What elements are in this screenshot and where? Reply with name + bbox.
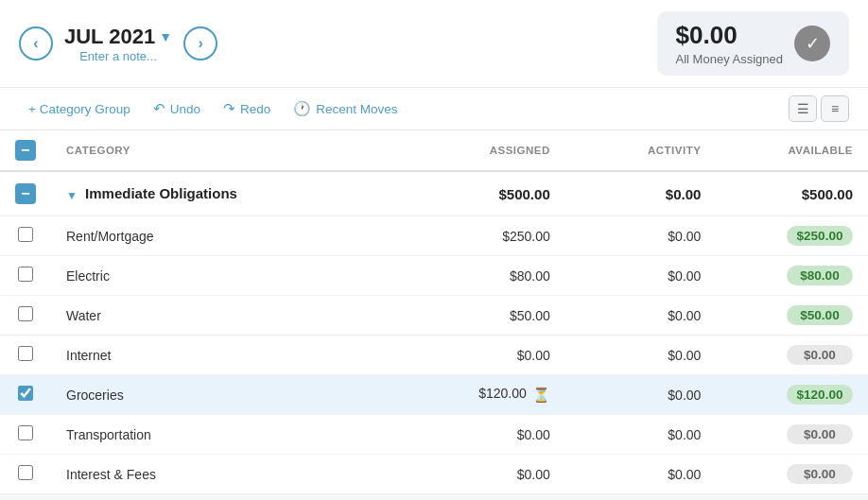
row-activity: $0.00 (565, 375, 717, 415)
group-expand-icon: ▼ (66, 189, 78, 202)
table-row[interactable]: Transportation $0.00 $0.00 $0.00 (0, 415, 868, 455)
row-category-name: Interest & Fees (51, 455, 414, 494)
row-available: $50.00 (716, 296, 868, 336)
header-right: $0.00 All Money Assigned ✓ (657, 11, 849, 76)
row-category-name: Water (51, 296, 414, 336)
table-row[interactable]: Internet $0.00 $0.00 $0.00 (0, 336, 868, 375)
available-badge: $0.00 (787, 345, 853, 365)
row-activity: $0.00 (565, 336, 717, 375)
available-badge: $50.00 (787, 305, 853, 325)
row-activity: $0.00 (565, 415, 717, 455)
row-checkbox-cell (0, 375, 51, 415)
row-category-name: Groceries (51, 375, 414, 415)
row-checkbox[interactable] (18, 346, 33, 361)
month-dropdown-arrow[interactable]: ▼ (159, 29, 172, 44)
group-header-row: − ▼ Immediate Obligations $500.00 $0.00 … (0, 171, 868, 216)
note-field[interactable]: Enter a note... (64, 49, 172, 63)
row-assigned: $0.00 (414, 455, 565, 494)
clock-icon: ⏳ (532, 387, 550, 403)
available-badge: $120.00 (787, 385, 853, 405)
view-toggle: ☰ ≡ (789, 95, 849, 122)
group-name: Immediate Obligations (85, 185, 237, 201)
group-available: $500.00 (716, 171, 868, 216)
toolbar: + Category Group ↶ Undo ↷ Redo 🕐 Recent … (0, 88, 868, 130)
group-minus-cell: − (0, 171, 51, 216)
row-activity: $0.00 (565, 296, 717, 336)
budget-table: − CATEGORY ASSIGNED ACTIVITY AVAILABLE −… (0, 130, 868, 494)
available-badge: $80.00 (787, 266, 853, 285)
table-row[interactable]: Rent/Mortgage $250.00 $0.00 $250.00 (0, 216, 868, 256)
group-name-cell: ▼ Immediate Obligations (51, 171, 414, 216)
available-badge: $0.00 (787, 424, 853, 444)
prev-month-button[interactable]: ‹ (19, 26, 53, 60)
category-column-header: CATEGORY (51, 130, 414, 171)
group-collapse-button[interactable]: − (15, 183, 36, 204)
next-month-button[interactable]: › (183, 26, 217, 60)
table-header-row: − CATEGORY ASSIGNED ACTIVITY AVAILABLE (0, 130, 868, 171)
deselect-all-button[interactable]: − (15, 140, 36, 161)
select-all-header: − (0, 130, 51, 171)
row-available: $120.00 (716, 375, 868, 415)
row-checkbox-cell (0, 455, 51, 494)
row-available: $0.00 (716, 415, 868, 455)
all-assigned-icon: ✓ (794, 26, 830, 61)
table-row[interactable]: Water $50.00 $0.00 $50.00 (0, 296, 868, 336)
row-assigned: $120.00⏳ (414, 375, 565, 415)
redo-icon: ↷ (223, 100, 235, 117)
row-checkbox[interactable] (18, 465, 33, 480)
assigned-box: $0.00 All Money Assigned ✓ (657, 11, 849, 76)
recent-moves-button[interactable]: 🕐 Recent Moves (284, 95, 407, 122)
assigned-amount: $0.00 (676, 21, 783, 50)
row-assigned: $80.00 (414, 256, 565, 296)
month-year-label: JUL 2021 (64, 25, 155, 49)
header-left: ‹ JUL 2021 ▼ Enter a note... › (19, 25, 217, 63)
row-available: $0.00 (716, 455, 868, 494)
row-available: $80.00 (716, 256, 868, 296)
row-assigned: $250.00 (414, 216, 565, 256)
table-row[interactable]: Groceries $120.00⏳ $0.00 $120.00 (0, 375, 868, 415)
available-badge: $250.00 (787, 226, 853, 246)
row-available: $0.00 (716, 336, 868, 375)
list-view-compact-button[interactable]: ☰ (789, 95, 817, 122)
table-row[interactable]: Interest & Fees $0.00 $0.00 $0.00 (0, 455, 868, 494)
available-column-header: AVAILABLE (716, 130, 868, 171)
row-activity: $0.00 (565, 455, 717, 494)
assigned-column-header: ASSIGNED (414, 130, 565, 171)
month-title: JUL 2021 ▼ Enter a note... (64, 25, 172, 63)
activity-column-header: ACTIVITY (565, 130, 717, 171)
undo-icon: ↶ (153, 100, 165, 117)
row-available: $250.00 (716, 216, 868, 256)
table-row[interactable]: Electric $80.00 $0.00 $80.00 (0, 256, 868, 296)
row-activity: $0.00 (565, 256, 717, 296)
row-checkbox[interactable] (18, 306, 33, 321)
row-checkbox[interactable] (18, 425, 33, 440)
assigned-label: All Money Assigned (676, 52, 783, 66)
header: ‹ JUL 2021 ▼ Enter a note... › $0.00 All… (0, 0, 868, 88)
row-checkbox-cell (0, 415, 51, 455)
group-assigned: $500.00 (414, 171, 565, 216)
row-assigned: $0.00 (414, 336, 565, 375)
group-activity: $0.00 (565, 171, 717, 216)
row-category-name: Rent/Mortgage (51, 216, 414, 256)
list-view-button[interactable]: ≡ (821, 95, 849, 122)
available-badge: $0.00 (787, 464, 853, 484)
redo-button[interactable]: ↷ Redo (214, 95, 280, 122)
row-checkbox[interactable] (18, 267, 33, 282)
row-activity: $0.00 (565, 216, 717, 256)
clock-toolbar-icon: 🕐 (293, 100, 311, 117)
undo-button[interactable]: ↶ Undo (144, 95, 210, 122)
row-checkbox[interactable] (18, 227, 33, 242)
row-checkbox-cell (0, 296, 51, 336)
row-category-name: Transportation (51, 415, 414, 455)
row-checkbox[interactable] (18, 386, 33, 401)
row-assigned: $0.00 (414, 415, 565, 455)
add-category-group-button[interactable]: + Category Group (19, 97, 140, 121)
row-category-name: Electric (51, 256, 414, 296)
row-category-name: Internet (51, 336, 414, 375)
row-checkbox-cell (0, 256, 51, 296)
row-checkbox-cell (0, 216, 51, 256)
row-checkbox-cell (0, 336, 51, 375)
row-assigned: $50.00 (414, 296, 565, 336)
